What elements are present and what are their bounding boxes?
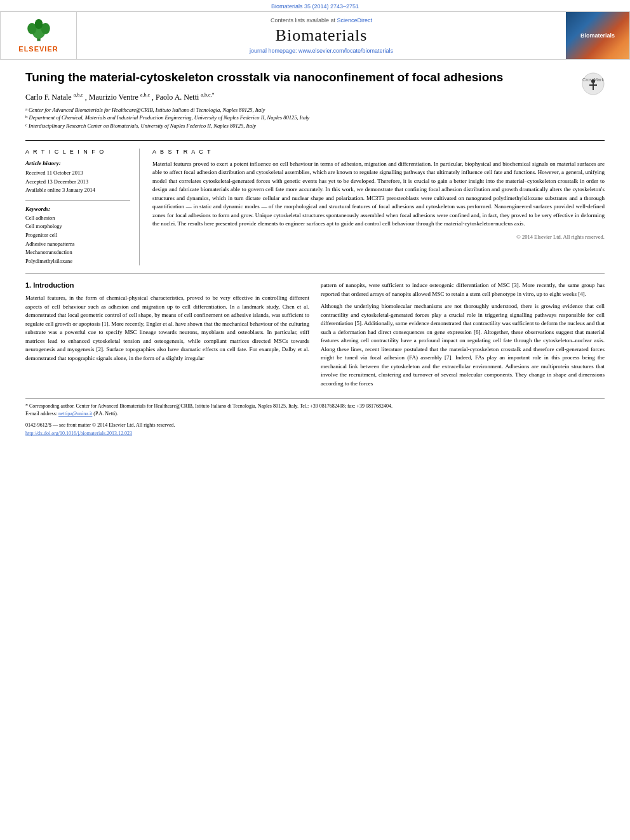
introduction-section: 1. Introduction Material features, in th… <box>25 281 605 392</box>
journal-title: Biomaterials <box>276 26 368 45</box>
author-3-name: Paolo A. Netti <box>156 93 201 102</box>
affil-line-1: a Center for Advanced Biomaterials for H… <box>25 106 572 114</box>
affil-sup-1: a <box>25 106 27 113</box>
article-history-heading: Article history: <box>25 160 130 166</box>
banner-center: Contents lists available at ScienceDirec… <box>77 12 566 59</box>
intro-heading: 1. Introduction <box>25 281 309 289</box>
author-1-sup: a,b,c <box>74 92 83 98</box>
journal-ref: Biomaterials 35 (2014) 2743–2751 <box>271 3 359 10</box>
crossmark-icon: CrossMark <box>582 72 605 95</box>
elsevier-brand-text: ELSEVIER <box>18 45 58 53</box>
abstract-col: A B S T R A C T Material features proved… <box>152 149 605 265</box>
journal-header-bar: Biomaterials 35 (2014) 2743–2751 <box>0 0 630 11</box>
elsevier-tree-icon <box>20 18 58 44</box>
article-content: Tuning the material-cytoskeleton crossta… <box>0 60 630 449</box>
email-link[interactable]: nettipa@unina.it <box>58 411 92 417</box>
affil-text-2: Department of Chemical, Materials and In… <box>29 114 310 122</box>
affil-text-3: Interdisciplinary Research Center on Bio… <box>29 122 256 130</box>
affil-sup-3: c <box>25 122 27 129</box>
article-info-heading: A R T I C L E I N F O <box>25 149 130 155</box>
author-1-name: Carlo F. Natale <box>25 93 74 102</box>
email-person: (P.A. Netti). <box>93 411 118 417</box>
journal-banner: ELSEVIER Contents lists available at Sci… <box>0 11 630 60</box>
received-date: Received 11 October 2013 <box>25 169 130 178</box>
affil-sup-2: b <box>25 114 28 121</box>
info-divider <box>25 200 130 201</box>
intro-para-col2-1: pattern of nanopits, were sufficient to … <box>321 281 605 298</box>
elsevier-logo: ELSEVIER <box>18 18 58 53</box>
article-title-section: Tuning the material-cytoskeleton crossta… <box>25 70 605 141</box>
sciencedirect-link[interactable]: ScienceDirect <box>337 17 373 23</box>
footer-copyright: 0142-9612/$ — see front matter © 2014 El… <box>25 422 605 429</box>
keyword-1: Cell adhesion <box>25 214 130 223</box>
footer-email: E-mail address: nettipa@unina.it (P.A. N… <box>25 410 605 418</box>
available-date: Available online 3 January 2014 <box>25 186 130 195</box>
intro-text-col1: Material features, in the form of chemic… <box>25 294 309 363</box>
intro-col-right: pattern of nanopits, were sufficient to … <box>321 281 605 392</box>
keywords-heading: Keywords: <box>25 206 130 212</box>
article-info-abstract: A R T I C L E I N F O Article history: R… <box>25 149 605 265</box>
keyword-5: Mechanotransduction <box>25 248 130 257</box>
intro-col-left: 1. Introduction Material features, in th… <box>25 281 309 392</box>
abstract-copyright: © 2014 Elsevier Ltd. All rights reserved… <box>152 234 605 240</box>
affil-line-3: c Interdisciplinary Research Center on B… <box>25 122 572 130</box>
keyword-6: Polydimethylsiloxane <box>25 257 130 266</box>
footer-doi-link[interactable]: http://dx.doi.org/10.1016/j.biomaterials… <box>25 430 132 436</box>
article-title-text: Tuning the material-cytoskeleton crossta… <box>25 70 572 133</box>
abstract-heading: A B S T R A C T <box>152 149 605 155</box>
banner-right: Biomaterials <box>566 12 629 59</box>
affil-line-2: b Department of Chemical, Materials and … <box>25 114 572 122</box>
journal-homepage: journal homepage: www.elsevier.com/locat… <box>250 48 393 54</box>
keyword-4: Adhesive nanopatterns <box>25 240 130 249</box>
affil-text-1: Center for Advanced Biomaterials for Hea… <box>29 106 265 114</box>
banner-journal-name: Biomaterials <box>578 30 617 41</box>
intro-para-1: Material features, in the form of chemic… <box>25 294 309 363</box>
banner-left: ELSEVIER <box>1 12 77 59</box>
footer-corresponding: * Corresponding author. Center for Advan… <box>25 403 605 410</box>
corresponding-text: Corresponding author. Center for Advance… <box>29 403 392 409</box>
page-footer: * Corresponding author. Center for Advan… <box>25 398 605 436</box>
svg-point-4 <box>34 19 42 29</box>
keyword-3: Progenitor cell <box>25 231 130 240</box>
article-info-col: A R T I C L E I N F O Article history: R… <box>25 149 140 265</box>
accepted-date: Accepted 13 December 2013 <box>25 178 130 187</box>
article-title: Tuning the material-cytoskeleton crossta… <box>25 70 572 86</box>
affiliations: a Center for Advanced Biomaterials for H… <box>25 106 572 130</box>
author-3-sup: a,b,c,* <box>201 92 214 98</box>
intro-para-col2-2: Although the underlying biomolecular mec… <box>321 302 605 388</box>
author-2-sup: a,b,c <box>140 92 150 98</box>
svg-point-9 <box>591 79 595 83</box>
sciencedirect-line: Contents lists available at ScienceDirec… <box>271 17 372 23</box>
crossmark-badge: CrossMark <box>582 72 605 97</box>
keyword-2: Cell morphology <box>25 222 130 231</box>
intro-text-col2: pattern of nanopits, were sufficient to … <box>321 281 605 388</box>
email-label: E-mail address: <box>25 411 58 417</box>
article-authors: Carlo F. Natale a,b,c , Maurizio Ventre … <box>25 92 572 102</box>
section-divider <box>25 273 605 274</box>
author-2-name: Maurizio Ventre <box>89 93 140 102</box>
abstract-text: Material features proved to exert a pote… <box>152 160 605 229</box>
